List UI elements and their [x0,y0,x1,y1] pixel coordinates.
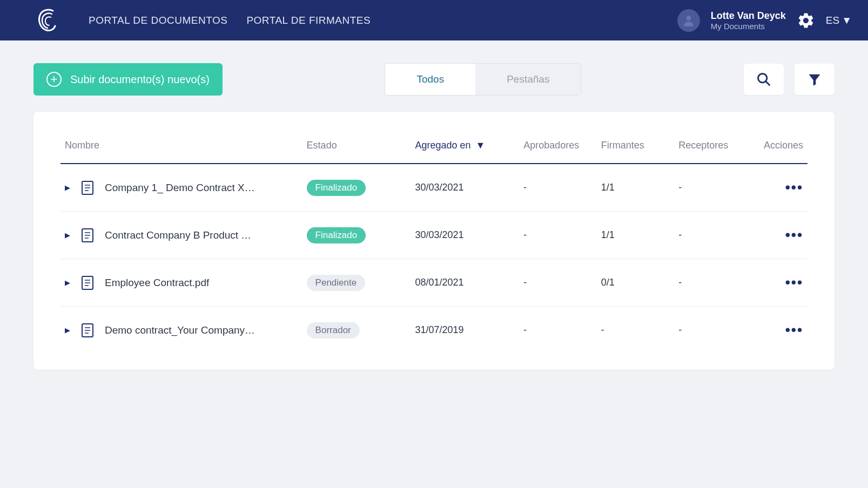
header-estado[interactable]: Estado [302,133,411,164]
approvers-value: - [519,164,596,212]
logo-icon [37,8,56,33]
tab-tabs[interactable]: Pestañas [475,64,581,95]
more-actions-button[interactable]: ••• [785,227,803,243]
header-acciones: Acciones [752,133,808,164]
more-actions-button[interactable]: ••• [785,322,803,338]
signers-value: 1/1 [597,212,674,259]
nav-links: PORTAL DE DOCUMENTOS PORTAL DE FIRMANTES [89,15,677,26]
approvers-value: - [519,307,596,354]
user-icon [682,13,696,28]
filter-button[interactable] [795,64,835,95]
header-aprobadores[interactable]: Aprobadores [519,133,596,164]
signers-value: 0/1 [597,259,674,307]
user-name: Lotte Van Deyck [711,10,786,22]
filter-icon [807,72,822,87]
table-row: ▶ Demo contract_Your Company na… Borrado… [60,307,808,354]
nav-right: Lotte Van Deyck My Documents ES ▼ [677,9,852,32]
nav-link-signers[interactable]: PORTAL DE FIRMANTES [246,15,371,26]
receivers-value: - [674,259,751,307]
added-date: 30/03/2021 [411,164,519,212]
avatar[interactable] [677,9,700,32]
added-date: 31/07/2019 [411,307,519,354]
chevron-down-icon: ▼ [842,15,852,26]
expand-arrow-icon[interactable]: ▶ [65,231,70,239]
signers-value: - [597,307,674,354]
svg-point-0 [686,16,691,21]
nav-link-documents[interactable]: PORTAL DE DOCUMENTOS [89,15,227,26]
document-name[interactable]: Contract Company B Product Y.pdf [105,229,256,241]
table-row: ▶ Company 1_ Demo Contract X.pdf Finaliz… [60,164,808,212]
sort-arrow-icon: ▼ [476,140,486,151]
user-info[interactable]: Lotte Van Deyck My Documents [711,10,786,31]
user-subtitle: My Documents [711,22,786,31]
header-receptores[interactable]: Receptores [674,133,751,164]
receivers-value: - [674,164,751,212]
logo[interactable] [37,8,56,33]
approvers-value: - [519,259,596,307]
document-icon [81,180,94,195]
added-date: 30/03/2021 [411,212,519,259]
tab-all[interactable]: Todos [385,64,475,95]
documents-table: Nombre Estado Agregado en ▼ Aprobadores … [60,133,808,354]
document-name[interactable]: Company 1_ Demo Contract X.pdf [105,182,256,194]
expand-arrow-icon[interactable]: ▶ [65,279,70,287]
language-selector[interactable]: ES ▼ [826,15,852,26]
name-cell: ▶ Company 1_ Demo Contract X.pdf [65,180,298,195]
svg-line-2 [765,82,769,85]
toolbar: + Subir documento(s) nuevo(s) Todos Pest… [0,40,868,112]
tabs: Todos Pestañas [385,63,581,96]
search-button[interactable] [744,64,784,95]
table-row: ▶ Employee Contract.pdf Pendiente 08/01/… [60,259,808,307]
language-label: ES [826,15,839,26]
added-date: 08/01/2021 [411,259,519,307]
plus-icon: + [46,72,62,87]
toolbar-right [744,64,835,95]
header-agregado[interactable]: Agregado en ▼ [411,133,519,164]
status-badge: Pendiente [307,275,366,291]
approvers-value: - [519,212,596,259]
name-cell: ▶ Contract Company B Product Y.pdf [65,228,298,243]
document-icon [81,228,94,243]
document-icon [81,323,94,338]
document-name[interactable]: Demo contract_Your Company na… [105,324,256,336]
header-firmantes[interactable]: Firmantes [597,133,674,164]
expand-arrow-icon[interactable]: ▶ [65,184,70,192]
upload-button[interactable]: + Subir documento(s) nuevo(s) [33,63,223,96]
name-cell: ▶ Employee Contract.pdf [65,275,298,290]
navbar: PORTAL DE DOCUMENTOS PORTAL DE FIRMANTES… [0,0,868,40]
settings-button[interactable] [797,11,815,30]
documents-table-container: Nombre Estado Agregado en ▼ Aprobadores … [33,112,835,370]
search-icon [756,72,771,87]
more-actions-button[interactable]: ••• [785,274,803,290]
header-nombre[interactable]: Nombre [60,133,302,164]
status-badge: Finalizado [307,227,366,243]
receivers-value: - [674,212,751,259]
gear-icon [797,11,815,30]
upload-label: Subir documento(s) nuevo(s) [70,73,210,86]
more-actions-button[interactable]: ••• [785,179,803,195]
expand-arrow-icon[interactable]: ▶ [65,326,70,334]
document-icon [81,275,94,290]
receivers-value: - [674,307,751,354]
status-badge: Borrador [307,322,360,338]
document-name[interactable]: Employee Contract.pdf [105,277,209,289]
name-cell: ▶ Demo contract_Your Company na… [65,323,298,338]
table-row: ▶ Contract Company B Product Y.pdf Final… [60,212,808,259]
status-badge: Finalizado [307,180,366,196]
signers-value: 1/1 [597,164,674,212]
